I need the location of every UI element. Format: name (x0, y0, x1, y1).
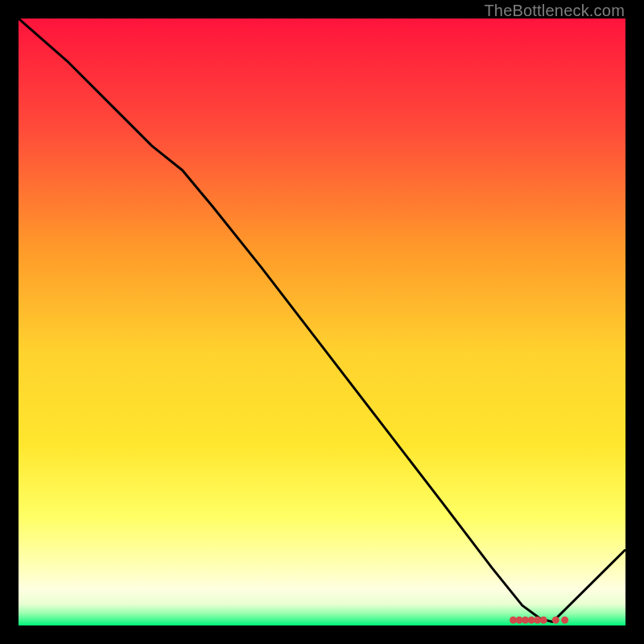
marker-dot (540, 617, 547, 624)
chart-svg (19, 19, 625, 625)
watermark-text: TheBottleneck.com (484, 2, 625, 20)
gradient-background (19, 19, 625, 625)
marker-dot (552, 617, 559, 624)
chart-frame (19, 19, 625, 625)
marker-dot (561, 617, 568, 624)
